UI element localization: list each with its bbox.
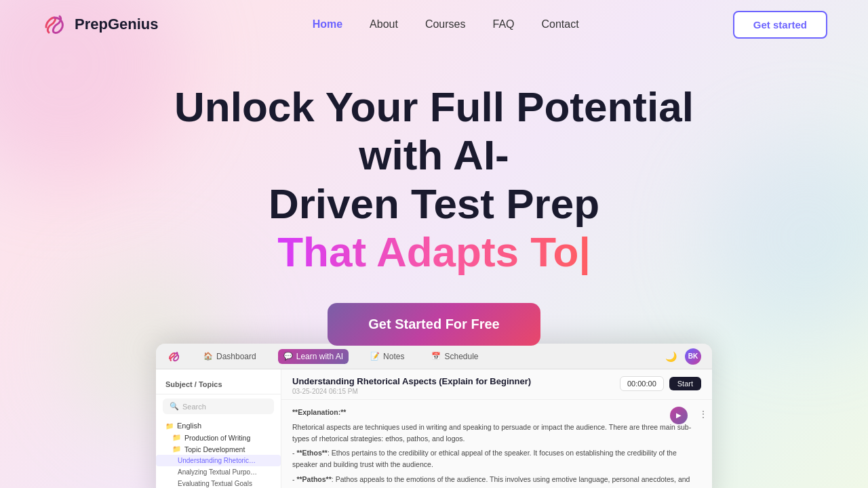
lesson-content: **Explanation:** Rhetorical aspects are … (292, 407, 701, 488)
user-avatar[interactable]: BK (685, 348, 701, 365)
explanation-p3: - **Pathos**: Pathos appeals to the emot… (292, 474, 701, 488)
schedule-label: Schedule (444, 352, 478, 361)
app-preview: 🏠 Dashboard 💬 Learn with AI 📝 Notes 📅 Sc… (156, 344, 712, 488)
sidebar-folder-english[interactable]: 📁 English (156, 420, 281, 432)
search-placeholder: Search (182, 403, 206, 411)
nav-links: Home About Courses FAQ Contact (313, 18, 579, 30)
app-logo-icon (167, 349, 182, 364)
start-button[interactable]: Start (669, 377, 701, 390)
app-main-content: ▶ ⋮ **Explanation:** Rhetorical aspects … (281, 400, 712, 488)
navbar-cta-button[interactable]: Get started (733, 11, 827, 39)
explanation-p2: - **Ethos**: Ethos pertains to the credi… (292, 447, 701, 470)
learn-ai-icon: 💬 (283, 352, 293, 361)
headline-line2: Driven Test Prep (269, 180, 599, 227)
app-sidebar: Subject / Topics 🔍 Search 📁 English 📁 Pr… (156, 369, 281, 488)
nav-courses[interactable]: Courses (425, 18, 466, 30)
notes-label: Notes (383, 352, 404, 361)
app-nav-schedule[interactable]: 📅 Schedule (426, 349, 484, 364)
more-options-button[interactable]: ⋮ (698, 407, 708, 422)
hero-section: Unlock Your Full Potential with AI- Driv… (0, 49, 868, 346)
app-body: Subject / Topics 🔍 Search 📁 English 📁 Pr… (156, 369, 712, 488)
app-nav-learn-ai[interactable]: 💬 Learn with AI (278, 349, 349, 364)
lesson-title: Understanding Rhetorical Aspects (Explai… (292, 376, 531, 386)
app-logo (167, 349, 182, 364)
logo-icon (41, 11, 68, 38)
sidebar-item-textual-purposes[interactable]: Analyzing Textual Purposes (156, 466, 281, 478)
explanation-header: **Explanation:** (292, 407, 701, 418)
sidebar-sub-production[interactable]: 📁 Production of Writing (156, 432, 281, 443)
topbar-right: 🌙 BK (665, 348, 701, 365)
navbar: PrepGenius Home About Courses FAQ Contac… (0, 0, 868, 49)
nav-faq[interactable]: FAQ (492, 18, 514, 30)
dashboard-icon: 🏠 (203, 352, 213, 361)
timer-badge: 00:00:00 (620, 376, 664, 391)
learn-ai-label: Learn with AI (296, 352, 343, 361)
topic-dev-icon: 📁 (172, 445, 181, 453)
app-nav-dashboard[interactable]: 🏠 Dashboard (198, 349, 262, 364)
folder-label-english: English (177, 422, 201, 430)
nav-contact[interactable]: Contact (542, 18, 579, 30)
headline-gradient: That Adapts To| (277, 228, 591, 275)
search-icon: 🔍 (170, 402, 179, 411)
folder-icon: 📁 (165, 422, 174, 430)
sub-folder-label: Production of Writing (184, 434, 250, 442)
nav-home[interactable]: Home (313, 18, 342, 30)
notes-icon: 📝 (370, 352, 380, 361)
hero-cta-button[interactable]: Get Started For Free (328, 303, 540, 346)
timer-row: 00:00:00 Start (620, 376, 701, 391)
nav-about[interactable]: About (370, 18, 398, 30)
lesson-info: Understanding Rhetorical Aspects (Explai… (292, 376, 531, 395)
sidebar-sub-topic-dev[interactable]: 📁 Topic Development (156, 443, 281, 455)
schedule-icon: 📅 (431, 352, 441, 361)
app-nav-notes[interactable]: 📝 Notes (365, 349, 410, 364)
hero-headline: Unlock Your Full Potential with AI- Driv… (129, 83, 739, 276)
app-main-header: Understanding Rhetorical Aspects (Explai… (281, 369, 712, 400)
app-main: Understanding Rhetorical Aspects (Explai… (281, 369, 712, 488)
sidebar-item-rhetorical[interactable]: Understanding Rhetorical A... (156, 455, 281, 466)
sidebar-header: Subject / Topics (156, 376, 281, 394)
lesson-date: 03-25-2024 06:15 PM (292, 388, 531, 395)
topic-dev-label: Topic Development (184, 445, 245, 453)
moon-icon: 🌙 (665, 351, 677, 362)
explanation-p1: Rhetorical aspects are techniques used i… (292, 422, 701, 445)
brand-name: PrepGenius (75, 16, 158, 33)
search-box[interactable]: 🔍 Search (163, 399, 274, 414)
app-topbar: 🏠 Dashboard 💬 Learn with AI 📝 Notes 📅 Sc… (156, 344, 712, 369)
play-button[interactable]: ▶ (670, 407, 688, 424)
sub-folder-icon: 📁 (172, 433, 181, 442)
dashboard-label: Dashboard (216, 352, 256, 361)
logo[interactable]: PrepGenius (41, 11, 158, 38)
headline-line1: Unlock Your Full Potential with AI- (174, 83, 694, 178)
sidebar-item-textual-goals[interactable]: Evaluating Textual Goals (156, 478, 281, 488)
